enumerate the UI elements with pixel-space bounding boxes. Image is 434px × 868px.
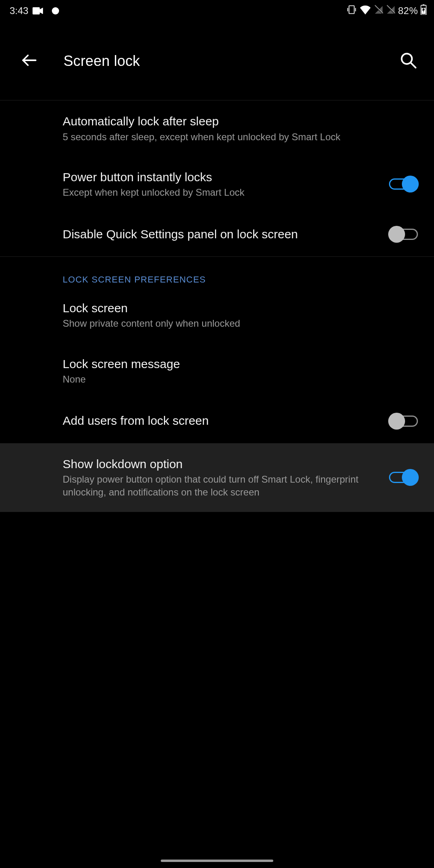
pref-title: Add users from lock screen xyxy=(63,413,379,429)
switch-add-users-from-lock-screen[interactable] xyxy=(389,413,418,430)
status-left: 3:43 xyxy=(10,5,59,16)
preference-list: Automatically lock after sleep 5 seconds… xyxy=(0,100,434,512)
pref-show-lockdown-option[interactable]: Show lockdown option Display power butto… xyxy=(0,443,434,512)
pref-summary: Show private content only when unlocked xyxy=(63,317,418,330)
pref-summary: Except when kept unlocked by Smart Lock xyxy=(63,186,379,199)
svg-rect-6 xyxy=(423,4,424,5)
arrow-back-icon xyxy=(21,52,38,70)
switch-disable-quick-settings[interactable] xyxy=(389,226,418,243)
wifi-icon xyxy=(359,5,371,17)
search-button[interactable] xyxy=(393,45,424,77)
status-right: 82% xyxy=(346,4,427,17)
no-sim-icon-2 xyxy=(386,5,395,17)
pref-disable-quick-settings[interactable]: Disable Quick Settings panel on lock scr… xyxy=(0,212,434,256)
pref-title: Power button instantly locks xyxy=(63,169,379,186)
pref-title: Show lockdown option xyxy=(63,456,379,473)
pref-title: Lock screen xyxy=(63,300,418,317)
record-dot-icon xyxy=(52,7,59,14)
battery-charging-icon xyxy=(420,4,427,17)
back-button[interactable] xyxy=(14,45,44,76)
pref-power-button-locks[interactable]: Power button instantly locks Except when… xyxy=(0,156,434,212)
app-bar: Screen lock xyxy=(0,22,434,100)
pref-lock-screen-message[interactable]: Lock screen message None xyxy=(0,343,434,399)
page-title: Screen lock xyxy=(63,53,374,70)
nav-pill-icon xyxy=(161,860,273,862)
pref-lock-screen[interactable]: Lock screen Show private content only wh… xyxy=(0,287,434,343)
vibrate-icon xyxy=(346,4,357,17)
pref-title: Automatically lock after sleep xyxy=(63,113,418,130)
pref-summary: Display power button option that could t… xyxy=(63,473,379,499)
camcorder-icon xyxy=(33,7,43,14)
pref-title: Disable Quick Settings panel on lock scr… xyxy=(63,226,379,243)
pref-add-users-from-lock-screen[interactable]: Add users from lock screen xyxy=(0,399,434,443)
no-sim-icon xyxy=(374,5,383,17)
battery-percentage: 82% xyxy=(398,5,418,16)
status-clock: 3:43 xyxy=(10,5,29,16)
navigation-bar[interactable] xyxy=(0,854,434,868)
pref-auto-lock-after-sleep[interactable]: Automatically lock after sleep 5 seconds… xyxy=(0,100,434,156)
pref-title: Lock screen message xyxy=(63,356,418,373)
search-icon xyxy=(399,51,417,70)
pref-summary: 5 seconds after sleep, except when kept … xyxy=(63,131,418,143)
switch-power-button-locks[interactable] xyxy=(389,176,418,192)
status-bar: 3:43 xyxy=(0,0,434,22)
svg-line-10 xyxy=(411,63,416,68)
svg-rect-0 xyxy=(33,7,40,14)
section-header-lock-screen-prefs: LOCK SCREEN PREFERENCES xyxy=(0,257,434,287)
pref-summary: None xyxy=(63,373,418,386)
switch-show-lockdown-option[interactable] xyxy=(389,469,418,486)
